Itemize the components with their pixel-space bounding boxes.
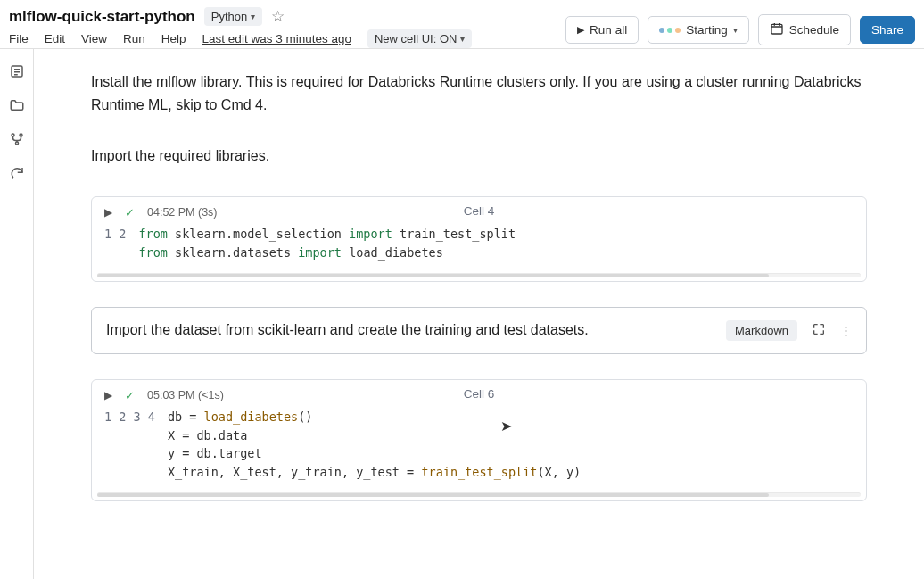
svg-point-3 (20, 134, 22, 136)
line-gutter: 1 2 3 4 (104, 408, 168, 483)
calendar-icon (770, 21, 784, 38)
run-all-button[interactable]: ▶ Run all (565, 16, 639, 44)
markdown-text: Install the mlflow library. This is requ… (91, 70, 867, 116)
chevron-down-icon: ▾ (460, 34, 465, 44)
horizontal-scrollbar[interactable] (97, 492, 861, 497)
menu-file[interactable]: File (9, 32, 29, 45)
check-icon: ✓ (125, 389, 135, 402)
markdown-cell-text: Import the dataset from scikit-learn and… (106, 322, 589, 338)
toc-icon[interactable] (9, 63, 25, 79)
chevron-down-icon: ▾ (251, 12, 255, 21)
menu-view[interactable]: View (81, 32, 107, 45)
cell-type-badge[interactable]: Markdown (726, 320, 797, 341)
folder-icon[interactable] (9, 97, 25, 113)
notebook-title: mlflow-quick-start-python (9, 8, 195, 26)
code-editor[interactable]: db = load_diabetes() X = db.data y = db.… (168, 408, 581, 483)
svg-point-2 (12, 134, 14, 136)
refresh-icon[interactable] (9, 165, 25, 181)
new-cell-ui-toggle[interactable]: New cell UI: ON ▾ (367, 29, 472, 48)
menu-edit[interactable]: Edit (45, 32, 65, 45)
code-cell[interactable]: ▶ ✓ 05:03 PM (<1s) Cell 6 1 2 3 4 db = l… (91, 379, 867, 502)
check-icon: ✓ (125, 206, 135, 219)
markdown-cell[interactable]: Import the dataset from scikit-learn and… (91, 307, 867, 354)
branch-icon[interactable] (9, 131, 25, 147)
notebook-content: Install the mlflow library. This is requ… (34, 49, 924, 579)
mouse-cursor-icon: ➤ (500, 418, 512, 434)
markdown-text: Import the required libraries. (91, 145, 867, 168)
code-cell[interactable]: ▶ ✓ 04:52 PM (3s) Cell 4 1 2 from sklear… (91, 196, 867, 282)
play-icon: ▶ (577, 24, 584, 36)
language-label: Python (211, 10, 247, 23)
loading-dots-icon (659, 28, 681, 33)
run-cell-icon[interactable]: ▶ (104, 206, 112, 219)
new-cell-ui-label: New cell UI: ON (375, 32, 457, 45)
run-cell-icon[interactable]: ▶ (104, 389, 112, 401)
share-label: Share (871, 23, 903, 37)
horizontal-scrollbar[interactable] (97, 273, 861, 277)
svg-point-4 (15, 142, 18, 145)
line-gutter: 1 2 (104, 225, 138, 262)
last-edit-link[interactable]: Last edit was 3 minutes ago (202, 32, 351, 45)
svg-rect-0 (771, 24, 782, 34)
cluster-status-label: Starting (686, 23, 728, 37)
chevron-down-icon: ▾ (733, 25, 738, 35)
code-editor[interactable]: from sklearn.model_selection import trai… (138, 225, 516, 262)
kebab-menu-icon[interactable]: ⋮ (840, 324, 852, 337)
star-icon[interactable]: ☆ (271, 7, 285, 26)
cell-label: Cell 4 (464, 204, 495, 218)
run-all-label: Run all (590, 23, 627, 37)
schedule-label: Schedule (789, 23, 839, 37)
language-selector[interactable]: Python ▾ (204, 7, 262, 26)
menu-run[interactable]: Run (123, 32, 145, 45)
share-button[interactable]: Share (860, 16, 915, 44)
cell-label: Cell 6 (464, 387, 495, 401)
cell-timestamp: 04:52 PM (3s) (147, 206, 218, 219)
expand-icon[interactable] (812, 322, 826, 339)
schedule-button[interactable]: Schedule (758, 14, 851, 45)
sidebar (0, 49, 34, 579)
cluster-status-button[interactable]: Starting ▾ (648, 16, 749, 44)
cell-timestamp: 05:03 PM (<1s) (147, 389, 224, 401)
menu-help[interactable]: Help (161, 32, 186, 45)
